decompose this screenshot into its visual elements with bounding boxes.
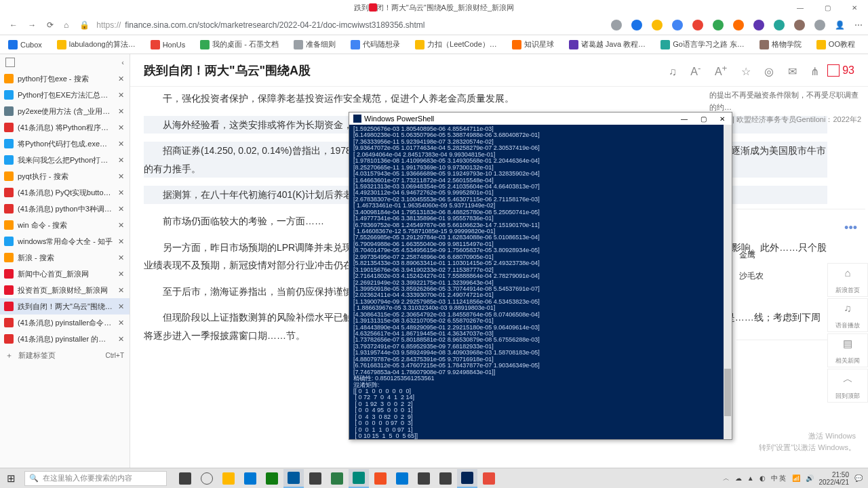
tab-close-icon[interactable]: ✕ [117, 270, 125, 279]
start-button[interactable]: ⊞ [0, 472, 22, 485]
address-input[interactable]: https://finance.sina.com.cn/stock/market… [96, 20, 585, 30]
ext-icon[interactable] [814, 20, 825, 30]
edge-button[interactable] [283, 469, 304, 488]
bookmark-item[interactable]: labuladong的算法… [54, 38, 138, 51]
vertical-tab[interactable]: python打包exe - 搜索✕ [0, 70, 130, 87]
listen-icon[interactable]: ♫ [669, 66, 677, 77]
taskbar-clock[interactable]: 21:50 2022/4/21 [819, 471, 850, 486]
excel-button[interactable] [262, 469, 282, 488]
vertical-tab[interactable]: Python打包EXE方法汇总整理 - 知乎✕ [0, 87, 130, 103]
bookmark-item[interactable]: HonUs [148, 39, 189, 51]
notion-button[interactable] [414, 469, 434, 488]
vertical-tab[interactable]: windows常用命令大全 - 知乎✕ [0, 233, 130, 249]
tab-close-icon[interactable]: ✕ [117, 237, 125, 246]
vertical-tab[interactable]: (41条消息) python中3种调用可执行文件✕ [0, 201, 130, 217]
vertical-tab[interactable]: 跌到自闭！两大"乌云"围绕A股_新浪财经✕ [0, 298, 130, 314]
bookmark-item[interactable]: 代码随想录 [348, 38, 403, 51]
font-decrease-icon[interactable]: A- [690, 66, 701, 77]
taskbar-search[interactable]: 🔍 在这里输入你要搜索的内容 [24, 471, 167, 486]
bookmark-item[interactable]: 知识星球 [509, 38, 557, 51]
tab-close-icon[interactable]: ✕ [117, 253, 125, 262]
favorite-icon[interactable]: ☆ [741, 66, 751, 77]
vertical-tab[interactable]: 新闻中心首页_新浪网✕ [0, 266, 130, 282]
tray-chevron-icon[interactable]: ︿ [723, 474, 730, 483]
tab-close-icon[interactable]: ✕ [117, 91, 125, 100]
vertical-tab[interactable]: win 命令 - 搜索✕ [0, 217, 130, 233]
edge2-button[interactable] [349, 469, 369, 488]
tab-close-icon[interactable]: ✕ [117, 188, 125, 197]
bookmark-item[interactable]: 力扣（LeetCode）… [412, 38, 500, 51]
tab-close-icon[interactable]: ✕ [117, 205, 125, 214]
back-button[interactable]: ← [9, 20, 18, 30]
ps-minimize-button[interactable]: — [675, 115, 694, 123]
vertical-tab[interactable]: pyqt执行 - 搜索✕ [0, 168, 130, 184]
powershell-taskbar-button[interactable] [457, 469, 477, 488]
ext-icon[interactable] [753, 20, 764, 30]
float-tool[interactable]: ▤相关新闻 [827, 333, 868, 367]
powershell-titlebar[interactable]: Windows PowerShell — ▢ ✕ [349, 113, 732, 125]
more-icon[interactable]: ••• [736, 216, 865, 239]
tab-close-icon[interactable]: ✕ [117, 172, 125, 181]
ext-icon[interactable] [713, 20, 724, 30]
tab-close-icon[interactable]: ✕ [117, 319, 125, 327]
vscode-button[interactable] [392, 469, 412, 488]
powershell-window[interactable]: Windows PowerShell — ▢ ✕ [1.59250676e-03… [349, 112, 732, 440]
tab-close-icon[interactable]: ✕ [117, 156, 125, 165]
vertical-tab[interactable]: 我来问我怎么把Python打包成exe了！ - 知✕ [0, 152, 130, 168]
ext-icon[interactable] [692, 20, 703, 30]
powershell-output[interactable]: [1.59250676e-03 1.80540895e-06 4.8554471… [349, 125, 732, 439]
tab-close-icon[interactable]: ✕ [117, 221, 125, 230]
vertical-tab[interactable]: py2exe使用方法 (含_业用法及技巧_知乎…✕ [0, 103, 130, 119]
bookmark-item[interactable]: 格物学院 [757, 38, 804, 51]
app-button[interactable] [370, 469, 391, 488]
vertical-tab[interactable]: 投资首页_新浪财经_新浪网✕ [0, 282, 130, 298]
menu-icon[interactable]: ⋯ [854, 20, 863, 30]
bookmark-item[interactable]: OO教程 [814, 38, 858, 51]
ps-close-button[interactable]: ✕ [713, 115, 732, 123]
ext-icon[interactable] [631, 20, 642, 30]
ext-icon[interactable] [652, 20, 663, 30]
word-button[interactable] [240, 469, 260, 488]
close-button[interactable]: ✕ [841, 4, 868, 12]
bookmark-item[interactable]: Go语言学习之路 东… [658, 38, 747, 51]
volume-icon[interactable]: 🔊 [806, 474, 814, 482]
tray-icon[interactable]: ▲ [747, 474, 754, 482]
wechat-button[interactable] [327, 469, 347, 488]
font-increase-icon[interactable]: A+ [715, 66, 727, 77]
ext-icon[interactable] [611, 20, 622, 30]
maximize-button[interactable]: ▢ [814, 4, 841, 12]
vertical-tab[interactable]: (41条消息) pyinstaller 的简单使用_- 这…✕ [0, 331, 130, 347]
forward-button[interactable]: → [28, 20, 36, 30]
home-button[interactable]: ⌂ [64, 20, 68, 30]
ime-indicator[interactable]: 中 英 [771, 474, 787, 483]
vertical-tab[interactable]: 将Python代码打包成.exe可执行文件的完…✕ [0, 136, 130, 152]
task-view-button[interactable] [175, 469, 195, 488]
comment-badge[interactable]: 93 [827, 64, 854, 77]
profile-icon[interactable]: 👤 [835, 20, 845, 30]
tab-close-icon[interactable]: ✕ [117, 286, 125, 295]
tab-close-icon[interactable]: ✕ [117, 75, 125, 83]
vertical-tab[interactable]: 新浪 - 搜索✕ [0, 249, 130, 266]
bookmark-item[interactable]: 诸葛越 Java 教程… [566, 38, 648, 51]
ext-icon[interactable] [794, 20, 805, 30]
bookmark-item[interactable]: 准备细则 [291, 38, 338, 51]
minimize-button[interactable]: — [787, 4, 814, 12]
scrollbar-thumb[interactable] [724, 369, 731, 416]
tab-close-icon[interactable]: ✕ [117, 107, 125, 116]
tray-icon[interactable]: ◐ [760, 474, 766, 482]
ext-icon[interactable] [774, 20, 785, 30]
app2-button[interactable] [435, 469, 456, 488]
vertical-tab[interactable]: (41条消息) PyQt实现button点击触发pyt…✕ [0, 184, 130, 201]
new-tab-button[interactable]: ＋ 新建标签页 Ctrl+T [0, 347, 130, 363]
weibo-icon[interactable]: ◎ [764, 66, 774, 77]
notifications-icon[interactable]: 💬 [854, 474, 863, 482]
wifi-icon[interactable]: 📶 [792, 474, 800, 482]
tray-icon[interactable]: ☁ [735, 474, 742, 482]
tab-close-icon[interactable]: ✕ [117, 123, 125, 132]
vertical-tabs-header[interactable]: ‹ [0, 54, 130, 70]
float-tool[interactable]: ♫语音播放 [827, 298, 868, 332]
scrollbar[interactable] [724, 125, 732, 439]
explorer-button[interactable] [218, 469, 239, 488]
ext-icon[interactable] [672, 20, 683, 30]
tab-close-icon[interactable]: ✕ [117, 140, 125, 148]
